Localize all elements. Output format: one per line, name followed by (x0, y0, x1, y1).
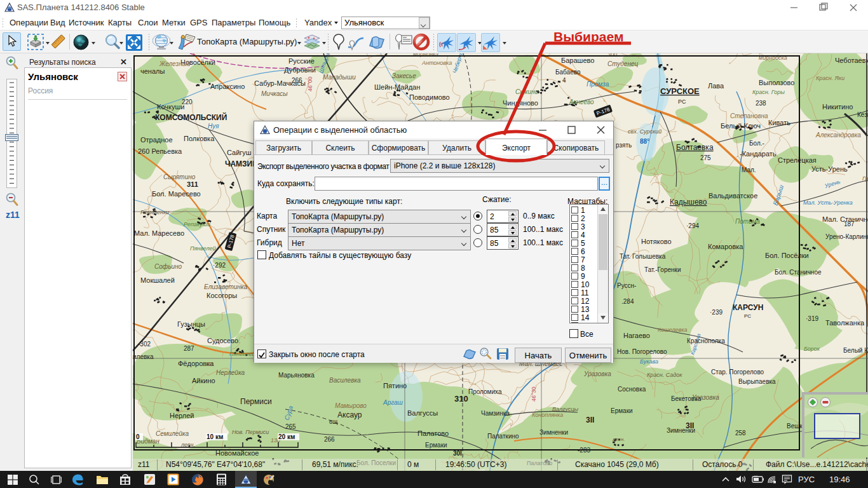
svg-text:Палаткино: Палаткино (487, 433, 519, 440)
svg-text:46°00: 46°00 (307, 76, 313, 92)
svg-text:220: 220 (182, 98, 193, 105)
svg-text:·319: ·319 (806, 315, 818, 322)
svg-text:Кочкуши: Кочкуши (157, 103, 184, 111)
svg-text:Борок: Борок (804, 346, 820, 352)
svg-text:260 Репьевка: 260 Репьевка (138, 147, 182, 155)
svg-text:Нагаево: Нагаево (623, 332, 650, 339)
svg-text:РС: РС (744, 313, 751, 319)
svg-text:Закесье: Закесье (392, 72, 416, 79)
svg-text:Сюкино: Сюкино (515, 88, 539, 95)
svg-text:Бол. Посёлки: Бол. Посёлки (765, 252, 809, 259)
svg-text:Кошелевка: Кошелевка (658, 327, 688, 333)
svg-text:Аксаур: Аксаур (337, 410, 362, 419)
svg-text:Чеботаевка: Чеботаевка (835, 57, 868, 64)
svg-text:30Ι: 30Ι (453, 450, 462, 457)
svg-text:0: 0 (136, 433, 140, 440)
svg-text:310: 310 (454, 394, 468, 403)
svg-text:Кивать: Кивать (768, 119, 790, 126)
svg-text:Проломиха: Проломиха (468, 388, 502, 395)
svg-text:Кезьмино: Кезьмино (857, 111, 868, 118)
svg-text:Палатово: Палатово (417, 430, 449, 437)
svg-text:Барашево: Барашево (561, 57, 594, 64)
svg-text:Поводимово: Поводимово (409, 93, 450, 101)
svg-text:Елизаветинка: Елизаветинка (204, 283, 248, 290)
svg-text:илевка: илевка (133, 353, 154, 360)
svg-text:Ермаки: Ермаки (425, 442, 447, 449)
svg-text:258: 258 (735, 430, 746, 437)
svg-text:Бол. Маресево: Бол. Маресево (152, 190, 201, 198)
svg-text:Промза: Промза (587, 81, 609, 88)
svg-text:свх. Сурский: свх. Сурский (628, 128, 661, 135)
svg-text:Пермиси: Пермиси (240, 397, 272, 406)
svg-text:Урено-Карлинский: Урено-Карлинский (825, 233, 868, 240)
svg-text:Степановна: Степановна (730, 112, 768, 119)
svg-text:Бекетовка: Бекетовка (671, 395, 702, 402)
svg-text:·292: ·292 (213, 262, 226, 269)
svg-text:Валгусцы: Валгусцы (552, 406, 579, 412)
svg-text:46°30: 46°30 (531, 386, 537, 402)
svg-text:Александровка: Александровка (815, 132, 861, 139)
svg-text:4: 4 (562, 77, 566, 84)
svg-text:266: 266 (324, 436, 335, 443)
svg-text:Чиндяново: Чиндяново (503, 99, 538, 107)
svg-text:Потьма: Потьма (735, 218, 760, 225)
svg-text:Манадыши: Манадыши (323, 74, 356, 81)
svg-text:Русские: Русские (288, 57, 315, 65)
svg-text:Нерлейка: Нерлейка (216, 369, 245, 376)
svg-text:Бол.-: Бол.- (749, 140, 764, 147)
svg-text:Пятино: Пятино (383, 382, 407, 390)
svg-text:Кадышево: Кадышево (670, 198, 707, 207)
svg-text:-Кандарать: -Кандарать (740, 150, 776, 158)
svg-text:РС: РС (678, 98, 686, 105)
svg-text:Студенец: Студенец (607, 60, 638, 67)
svg-text:КОМСОМОЛЬСКИЙ: КОМСОМОЛЬСКИЙ (155, 112, 227, 122)
svg-text:Вырыпаевка: Вырыпаевка (738, 378, 776, 385)
svg-text:-302: -302 (138, 341, 151, 348)
svg-text:Сайгуш: Сайгуш (227, 149, 252, 156)
svg-text:Тат. Голышевка: Тат. Голышевка (620, 253, 666, 260)
svg-text:Зимненки: Зимненки (539, 429, 568, 436)
svg-text:Болтаевка: Болтаевка (676, 143, 714, 152)
svg-text:Марьяновка: Марьяновка (278, 372, 315, 379)
svg-text:Антоновка: Антоновка (421, 60, 452, 66)
svg-text:Руссн-: Руссн- (617, 282, 636, 289)
svg-text:Ермаки: Ермаки (611, 407, 633, 414)
svg-text:Лава: Лава (708, 82, 724, 90)
svg-text:187: 187 (844, 220, 855, 227)
svg-text:Мал. Маресево: Мал. Маресево (134, 229, 184, 237)
svg-text:Коноплянка: Коноплянка (532, 412, 563, 418)
svg-text:Апраксино: Апраксино (210, 83, 245, 90)
svg-text:Красн. Садок: Красн. Садок (647, 372, 682, 378)
svg-text:Валгуссы: Валгуссы (407, 409, 438, 417)
svg-text:КАРСУН: КАРСУН (733, 303, 763, 312)
svg-text:Чамзинка: Чамзинка (481, 410, 510, 417)
svg-text:Гузынцы: Гузынцы (177, 320, 205, 328)
svg-text:Сырятино: Сырятино (163, 173, 196, 180)
svg-text:Репакуши: Репакуши (184, 221, 210, 227)
svg-text:рзять: рзять (616, 142, 632, 149)
svg-text:Мал. Усть-Уренка: Мал. Усть-Уренка (803, 200, 853, 206)
svg-text:.284: .284 (621, 298, 634, 305)
svg-text:лесн.: лесн. (612, 437, 625, 442)
svg-text:Вальдиватское: Вальдиватское (709, 192, 757, 200)
svg-text:Пянвелей: Пянвелей (190, 245, 216, 252)
svg-text:Мокшалей: Мокшалей (140, 276, 175, 284)
svg-text:·239: ·239 (710, 309, 722, 316)
svg-text:Стар. Погорелово: Стар. Погорелово (711, 369, 764, 376)
svg-text:Ремезенки: Ремезенки (140, 209, 169, 215)
svg-text:Белый Ключ: Белый Ключ (721, 122, 761, 130)
svg-text:Нов. Пермиси: Нов. Пермиси (232, 429, 269, 435)
svg-text:Косогоры: Косогоры (207, 292, 237, 299)
svg-text:Выползово: Выползово (759, 79, 794, 86)
svg-text:20 км: 20 км (278, 433, 295, 440)
svg-text:Софьино: Софьино (154, 263, 182, 270)
svg-text:Полковка: Полковка (184, 135, 215, 142)
svg-text:Бабаево: Бабаево (555, 69, 581, 76)
svg-text:287: 287 (184, 345, 194, 352)
svg-text:Таволжанка: Таволжанка (825, 319, 865, 327)
svg-text:Дубровни: Дубровни (284, 66, 316, 74)
svg-text:Мал.: Мал. (742, 166, 756, 173)
svg-text:3ΙΙ: 3ΙΙ (586, 416, 594, 424)
svg-text:Сосновка: Сосновка (618, 386, 646, 393)
svg-text:Мамырово: Мамырово (335, 402, 367, 409)
